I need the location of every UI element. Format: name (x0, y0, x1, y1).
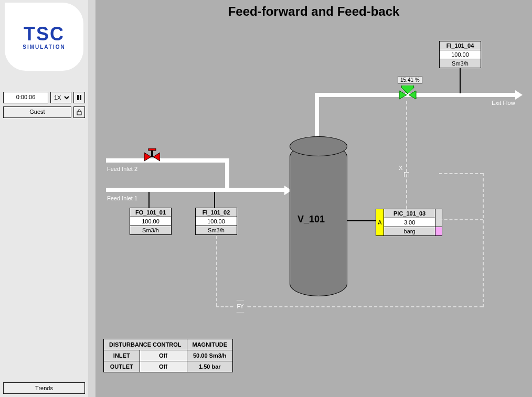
pause-button[interactable] (73, 92, 85, 103)
stem (460, 67, 461, 93)
tag-name: FI_101_02 (196, 208, 237, 217)
sim-time: 0:00:06 (3, 92, 48, 103)
trends-button[interactable]: Trends (3, 382, 85, 394)
pipe (106, 158, 229, 163)
tag-name: PIC_101_03 (384, 209, 435, 218)
pic-right-flag (435, 209, 442, 235)
signal-line (439, 219, 483, 220)
signal-line (483, 173, 484, 307)
dist-hdr1: DISTURBANCE CONTROL (104, 339, 187, 350)
tag-pic-101-03[interactable]: A PIC_101_03 3.00 barg (376, 209, 442, 236)
logo-text-top: TSC (23, 24, 65, 45)
pipe (315, 93, 319, 137)
label-exit: Exit Flow (492, 100, 515, 106)
tag-name: FI_101_04 (440, 41, 481, 50)
junction-marker (404, 172, 409, 177)
svg-marker-4 (153, 153, 160, 161)
logo-text-bottom: SIMULATION (23, 44, 65, 50)
pause-icon (77, 95, 82, 100)
signal-line (216, 236, 217, 306)
stem (148, 192, 150, 208)
disturbance-table: DISTURBANCE CONTROL MAGNITUDE INLET Off … (103, 339, 233, 372)
dist-mag: 1.50 bar (187, 361, 233, 372)
tag-value: 3.00 (384, 218, 435, 227)
signal-line (439, 173, 483, 174)
table-row: INLET Off 50.00 Sm3/h (104, 350, 233, 361)
valve-percent: 15.41 % (398, 76, 422, 84)
valve-green[interactable] (397, 85, 418, 103)
svg-rect-0 (77, 95, 79, 100)
valve-red-icon (144, 148, 160, 163)
tag-value: 100.00 (440, 50, 481, 59)
tag-fi-101-04[interactable]: FI_101_04 100.00 Sm3/h (439, 41, 481, 68)
arrow-icon (515, 90, 523, 100)
speed-select[interactable]: 1X (50, 92, 71, 103)
lock-icon (76, 109, 82, 115)
svg-rect-6 (148, 148, 156, 151)
lock-button[interactable] (73, 106, 85, 118)
diagram-canvas: Feed-forward and Feed-back Feed Inlet 2 … (95, 0, 532, 397)
tag-fo-101-01[interactable]: FO_101_01 100.00 Sm3/h (130, 208, 172, 235)
x-marker: X (399, 165, 402, 171)
signal-line (216, 306, 233, 307)
valve-red[interactable] (144, 148, 160, 161)
svg-rect-2 (77, 112, 81, 115)
tag-name: FO_101_01 (130, 208, 171, 217)
pipe (106, 188, 287, 192)
page-title: Feed-forward and Feed-back (95, 4, 532, 19)
vessel-top (290, 136, 347, 156)
tag-unit: Sm3/h (440, 59, 481, 68)
tag-unit: barg (384, 227, 435, 235)
tag-value: 100.00 (130, 217, 171, 226)
fy-label: FY (237, 304, 244, 309)
valve-green-icon (397, 85, 418, 101)
dist-outlet-toggle[interactable]: Off (140, 361, 187, 372)
vessel-label: V_101 (297, 214, 325, 225)
logo: TSC SIMULATION (5, 3, 83, 71)
sidebar: TSC SIMULATION 0:00:06 1X Guest Trends (0, 0, 88, 397)
label-feed2: Feed Inlet 2 (107, 166, 137, 172)
tag-value: 100.00 (196, 217, 237, 226)
label-feed1: Feed Inlet 1 (107, 195, 137, 201)
sidebar-drag-handle[interactable] (88, 0, 95, 397)
svg-marker-3 (144, 153, 151, 161)
svg-rect-1 (80, 95, 81, 100)
table-row: DISTURBANCE CONTROL MAGNITUDE (104, 339, 233, 350)
pic-a-flag: A (376, 209, 384, 235)
fy-block[interactable]: FY (233, 300, 248, 313)
signal-line (248, 306, 483, 307)
pipe (225, 158, 229, 189)
tag-unit: Sm3/h (130, 226, 171, 234)
user-button[interactable]: Guest (3, 106, 71, 118)
stem (347, 220, 379, 221)
tag-fi-101-02[interactable]: FI_101_02 100.00 Sm3/h (195, 208, 237, 235)
dist-row-label: OUTLET (104, 361, 140, 372)
dist-inlet-toggle[interactable]: Off (140, 350, 187, 361)
dist-hdr2: MAGNITUDE (187, 339, 233, 350)
signal-line (406, 101, 407, 209)
dist-row-label: INLET (104, 350, 140, 361)
tag-unit: Sm3/h (196, 226, 237, 234)
stem (214, 192, 215, 208)
dist-mag: 50.00 Sm3/h (187, 350, 233, 361)
table-row: OUTLET Off 1.50 bar (104, 361, 233, 372)
